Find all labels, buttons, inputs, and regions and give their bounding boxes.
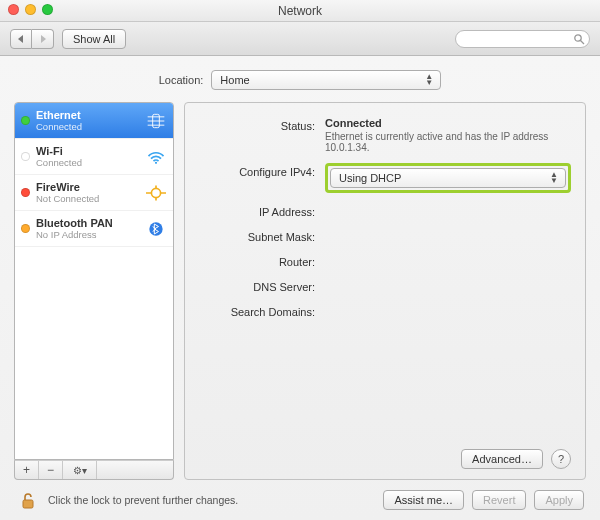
- subnet-mask-label: Subnet Mask:: [195, 228, 315, 243]
- forward-button[interactable]: [32, 29, 54, 49]
- interface-item-bluetooth[interactable]: Bluetooth PAN No IP Address: [15, 211, 173, 247]
- status-value: Connected: [325, 117, 571, 129]
- bluetooth-icon: [145, 220, 167, 238]
- router-label: Router:: [195, 253, 315, 268]
- status-label: Status:: [195, 117, 315, 132]
- wifi-icon: [145, 148, 167, 166]
- configure-ipv4-select[interactable]: Using DHCP ▲▼: [330, 168, 566, 188]
- toolbar: Show All: [0, 22, 600, 56]
- apply-button[interactable]: Apply: [534, 490, 584, 510]
- detail-panel: Status: Connected Ethernet is currently …: [184, 102, 586, 480]
- minimize-window-button[interactable]: [25, 4, 36, 15]
- dns-server-label: DNS Server:: [195, 278, 315, 293]
- window-title: Network: [278, 4, 322, 18]
- interface-sub: No IP Address: [36, 229, 139, 240]
- interface-sub: Connected: [36, 121, 139, 132]
- lock-icon[interactable]: [16, 488, 40, 512]
- back-button[interactable]: [10, 29, 32, 49]
- advanced-button[interactable]: Advanced…: [461, 449, 543, 469]
- status-dot-icon: [21, 116, 30, 125]
- interface-item-ethernet[interactable]: Ethernet Connected: [15, 103, 173, 139]
- revert-button[interactable]: Revert: [472, 490, 526, 510]
- configure-ipv4-value: Using DHCP: [339, 172, 401, 184]
- location-row: Location: Home ▲▼: [14, 66, 586, 102]
- firewire-icon: [145, 184, 167, 202]
- status-dot-icon: [21, 188, 30, 197]
- lock-message: Click the lock to prevent further change…: [48, 494, 375, 506]
- close-window-button[interactable]: [8, 4, 19, 15]
- sidebar: Ethernet Connected Wi-Fi Connected: [14, 102, 174, 480]
- interface-list: Ethernet Connected Wi-Fi Connected: [14, 102, 174, 460]
- interface-name: Wi-Fi: [36, 145, 139, 157]
- interface-sub: Connected: [36, 157, 139, 168]
- interface-name: Bluetooth PAN: [36, 217, 139, 229]
- location-value: Home: [220, 74, 249, 86]
- assist-me-button[interactable]: Assist me…: [383, 490, 464, 510]
- interface-sub: Not Connected: [36, 193, 139, 204]
- interface-name: FireWire: [36, 181, 139, 193]
- location-label: Location:: [159, 74, 204, 86]
- actions-menu-button[interactable]: ⚙︎▾: [63, 461, 97, 479]
- search-icon: [573, 33, 585, 45]
- interface-name: Ethernet: [36, 109, 139, 121]
- search-domains-label: Search Domains:: [195, 303, 315, 318]
- help-button[interactable]: ?: [551, 449, 571, 469]
- preferences-body: Location: Home ▲▼ Ethernet Connected: [0, 56, 600, 520]
- titlebar: Network: [0, 0, 600, 22]
- detail-footer: Advanced… ?: [195, 449, 571, 469]
- interface-item-wifi[interactable]: Wi-Fi Connected: [15, 139, 173, 175]
- ip-address-label: IP Address:: [195, 203, 315, 218]
- show-all-button[interactable]: Show All: [62, 29, 126, 49]
- configure-ipv4-highlight: Using DHCP ▲▼: [325, 163, 571, 193]
- list-footer: + − ⚙︎▾: [14, 460, 174, 480]
- search-field[interactable]: [455, 30, 590, 48]
- svg-point-3: [155, 161, 157, 163]
- svg-point-4: [151, 188, 160, 197]
- nav-segment: [10, 29, 54, 49]
- configure-ipv4-label: Configure IPv4:: [195, 163, 315, 178]
- svg-line-1: [581, 40, 585, 44]
- status-description: Ethernet is currently active and has the…: [325, 131, 555, 153]
- interface-item-firewire[interactable]: FireWire Not Connected: [15, 175, 173, 211]
- location-select[interactable]: Home ▲▼: [211, 70, 441, 90]
- status-dot-icon: [21, 152, 30, 161]
- bottom-bar: Click the lock to prevent further change…: [14, 480, 586, 512]
- status-dot-icon: [21, 224, 30, 233]
- svg-rect-6: [23, 500, 33, 508]
- add-interface-button[interactable]: +: [15, 461, 39, 479]
- traffic-lights: [8, 4, 53, 15]
- chevron-updown-icon: ▲▼: [422, 74, 436, 86]
- panels: Ethernet Connected Wi-Fi Connected: [14, 102, 586, 480]
- svg-point-0: [575, 34, 581, 40]
- chevron-updown-icon: ▲▼: [547, 172, 561, 184]
- zoom-window-button[interactable]: [42, 4, 53, 15]
- remove-interface-button[interactable]: −: [39, 461, 63, 479]
- ethernet-icon: [145, 112, 167, 130]
- status-block: Connected Ethernet is currently active a…: [325, 117, 571, 153]
